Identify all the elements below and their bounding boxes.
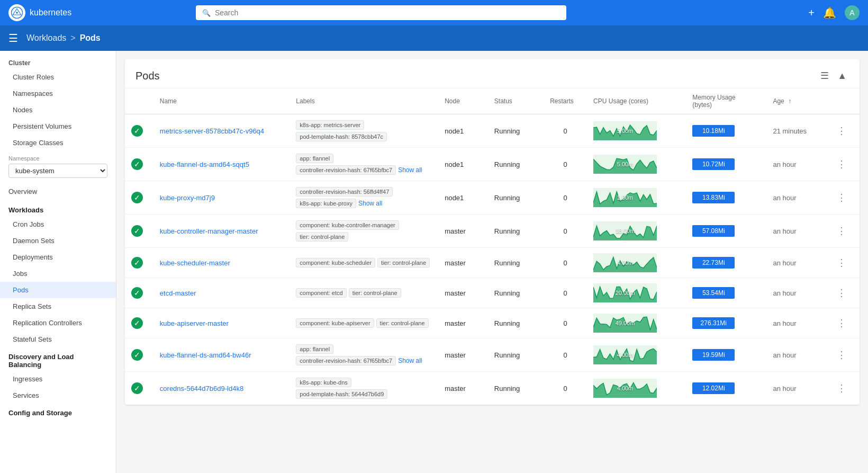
- memory-cell: 10.18Mi: [686, 114, 766, 148]
- node-cell: node1: [438, 148, 488, 181]
- svg-text:5.00m: 5.00m: [617, 128, 634, 134]
- sort-arrow-icon: ↑: [788, 97, 791, 105]
- restarts-cell: 0: [544, 114, 587, 148]
- sidebar-item-persistent-volumes[interactable]: Persistent Volumes: [0, 118, 116, 135]
- pod-name-link[interactable]: kube-proxy-md7j9: [160, 194, 215, 202]
- show-all-button[interactable]: Show all: [398, 357, 422, 364]
- pod-name-link[interactable]: kube-scheduler-master: [160, 259, 230, 267]
- table-row: ✓coredns-5644d7b6d9-ld4k8k8s-app: kube-d…: [125, 372, 860, 405]
- sidebar-item-services[interactable]: Services: [0, 387, 116, 404]
- labels-cell: k8s-app: metrics-serverpod-template-hash…: [296, 120, 432, 142]
- age-cell: an hour: [766, 181, 828, 215]
- panel-header: Pods ☰ ▲: [125, 59, 860, 88]
- pod-name-link[interactable]: kube-flannel-ds-amd64-bw46r: [160, 351, 251, 359]
- search-input[interactable]: [215, 8, 560, 17]
- col-name-header[interactable]: Name: [153, 88, 290, 114]
- age-cell: 21 minutes: [766, 114, 828, 148]
- hamburger-icon[interactable]: ☰: [8, 32, 18, 44]
- sidebar: Cluster Cluster Roles Namespaces Nodes P…: [0, 51, 116, 473]
- label-tag: tier: control-plane: [349, 288, 401, 298]
- status-check-icon: ✓: [131, 158, 143, 170]
- memory-cell: 12.02Mi: [686, 372, 766, 405]
- filter-button[interactable]: ☰: [818, 68, 831, 84]
- more-actions-button[interactable]: ⋮: [835, 315, 848, 331]
- cpu-bar: 20.00m: [593, 283, 657, 302]
- pod-name-link[interactable]: kube-controller-manager-master: [160, 227, 258, 235]
- col-memory-header: Memory Usage(bytes): [686, 88, 766, 114]
- sidebar-item-storage-classes[interactable]: Storage Classes: [0, 135, 116, 151]
- label-tag: app: flannel: [296, 154, 333, 163]
- restarts-cell: 0: [544, 248, 587, 278]
- status-cell: Running: [488, 114, 544, 148]
- col-cpu-header: CPU Usage (cores): [587, 88, 686, 114]
- table-row: ✓kube-scheduler-mastercomponent: kube-sc…: [125, 248, 860, 278]
- more-actions-button[interactable]: ⋮: [835, 380, 848, 396]
- labels-cell: controller-revision-hash: 56ffd4ff47k8s-…: [296, 186, 432, 209]
- user-avatar[interactable]: A: [845, 5, 860, 20]
- sidebar-item-namespaces[interactable]: Namespaces: [0, 85, 116, 102]
- sidebar-item-jobs[interactable]: Jobs: [0, 265, 116, 282]
- pod-name-link[interactable]: metrics-server-8578cbb47c-v96q4: [160, 127, 264, 135]
- svg-text:4.00m: 4.00m: [617, 385, 634, 391]
- more-actions-button[interactable]: ⋮: [835, 123, 848, 139]
- pod-name-link[interactable]: kube-apiserver-master: [160, 319, 229, 327]
- sidebar-item-replication-controllers[interactable]: Replication Controllers: [0, 315, 116, 331]
- status-check-icon: ✓: [131, 382, 143, 394]
- pods-panel: Pods ☰ ▲ Name Labels Node Status Restart…: [125, 59, 860, 405]
- sidebar-overview[interactable]: Overview: [0, 182, 116, 201]
- status-cell: Running: [488, 308, 544, 338]
- status-check-icon: ✓: [131, 225, 143, 237]
- sidebar-item-stateful-sets[interactable]: Stateful Sets: [0, 331, 116, 347]
- bell-icon[interactable]: 🔔: [823, 6, 836, 19]
- sidebar-item-ingresses[interactable]: Ingresses: [0, 371, 116, 387]
- breadcrumb-workloads[interactable]: Workloads: [26, 33, 66, 43]
- add-icon[interactable]: +: [808, 7, 815, 19]
- collapse-button[interactable]: ▲: [835, 68, 849, 84]
- more-actions-button[interactable]: ⋮: [835, 347, 848, 363]
- restarts-cell: 0: [544, 278, 587, 308]
- memory-bar: 10.72Mi: [692, 158, 735, 170]
- pod-name-link[interactable]: etcd-master: [160, 289, 196, 297]
- node-cell: master: [438, 308, 488, 338]
- cpu-bar: 18.00m: [593, 221, 657, 240]
- search-bar[interactable]: 🔍: [196, 5, 566, 20]
- age-cell: an hour: [766, 372, 828, 405]
- memory-cell: 19.59Mi: [686, 338, 766, 372]
- col-node-header: Node: [438, 88, 488, 114]
- sidebar-item-nodes[interactable]: Nodes: [0, 102, 116, 118]
- sidebar-item-cron-jobs[interactable]: Cron Jobs: [0, 216, 116, 233]
- restarts-cell: 0: [544, 372, 587, 405]
- namespace-select[interactable]: kube-system default: [8, 164, 107, 178]
- status-check-icon: ✓: [131, 287, 143, 299]
- more-actions-button[interactable]: ⋮: [835, 156, 848, 172]
- col-restarts-header: Restarts: [544, 88, 587, 114]
- cpu-cell: 49.00m: [587, 308, 686, 338]
- restarts-cell: 0: [544, 181, 587, 215]
- pod-name-link[interactable]: kube-flannel-ds-amd64-sqqt5: [160, 160, 249, 168]
- col-age-header[interactable]: Age ↑: [766, 88, 828, 114]
- age-cell: an hour: [766, 215, 828, 248]
- main-content: Pods ☰ ▲ Name Labels Node Status Restart…: [116, 51, 868, 473]
- cpu-bar: 4.00m: [593, 253, 657, 272]
- sidebar-item-replica-sets[interactable]: Replica Sets: [0, 298, 116, 315]
- more-actions-button[interactable]: ⋮: [835, 190, 848, 206]
- status-check-icon: ✓: [131, 257, 143, 269]
- cpu-cell: 4.00m: [587, 338, 686, 372]
- label-tag: tier: control-plane: [376, 318, 429, 328]
- label-tag: pod-template-hash: 5644d7b6d9: [296, 389, 387, 399]
- more-actions-button[interactable]: ⋮: [835, 255, 848, 271]
- label-tag: controller-revision-hash: 67f65bfbc7: [296, 356, 396, 365]
- label-tag: component: kube-scheduler: [296, 258, 375, 267]
- show-all-button[interactable]: Show all: [358, 200, 382, 207]
- more-actions-button[interactable]: ⋮: [835, 285, 848, 301]
- show-all-button[interactable]: Show all: [398, 166, 422, 174]
- pod-name-link[interactable]: coredns-5644d7b6d9-ld4k8: [160, 385, 243, 392]
- memory-cell: 10.72Mi: [686, 148, 766, 181]
- sidebar-item-daemon-sets[interactable]: Daemon Sets: [0, 233, 116, 249]
- sidebar-item-cluster-roles[interactable]: Cluster Roles: [0, 69, 116, 85]
- memory-bar: 13.83Mi: [692, 192, 735, 203]
- more-actions-button[interactable]: ⋮: [835, 223, 848, 239]
- sidebar-item-pods[interactable]: Pods: [0, 282, 116, 298]
- sidebar-item-deployments[interactable]: Deployments: [0, 249, 116, 265]
- label-tag: k8s-app: kube-proxy: [296, 199, 356, 208]
